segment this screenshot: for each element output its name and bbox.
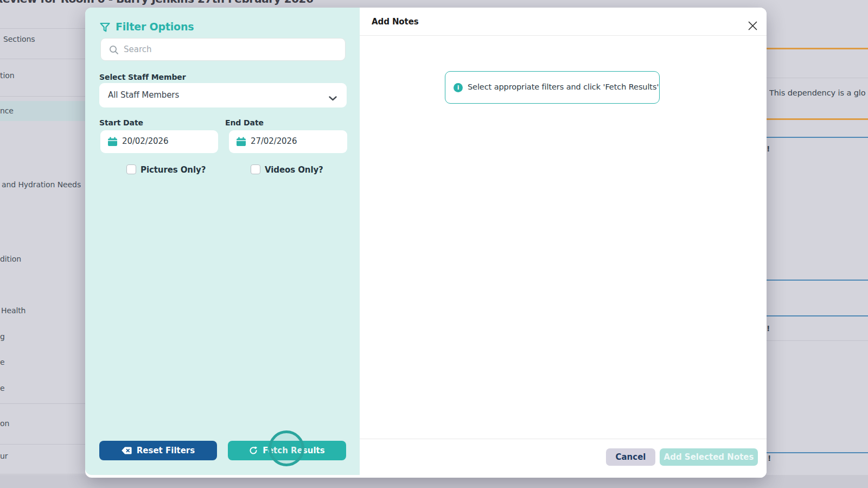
info-message-box: i Select appropriate filters and click '… (445, 71, 660, 104)
blue-border (767, 452, 868, 453)
add-notes-modal: Filter Options Select Staff Member All S… (85, 8, 767, 478)
sidebar-item: and Hydration Needs (2, 180, 87, 189)
staff-member-label: Select Staff Member (99, 73, 186, 81)
sidebar-item: g (0, 332, 85, 341)
calendar-icon (236, 137, 246, 147)
filter-funnel-icon (99, 22, 111, 35)
staff-member-select[interactable]: All Staff Members (99, 83, 347, 107)
add-notes-footer: Cancel Add Selected Notes (360, 439, 767, 478)
add-notes-header: Add Notes (360, 8, 767, 36)
sidebar-item: on (0, 419, 85, 428)
info-message-text: Select appropriate filters and click 'Fe… (468, 83, 659, 91)
search-input[interactable] (124, 39, 341, 60)
start-date-input[interactable]: 20/02/2026 (100, 130, 218, 153)
sidebar-divider (0, 28, 85, 29)
pictures-only-checkbox[interactable] (126, 164, 136, 174)
end-date-label: End Date (225, 118, 264, 127)
clipped-text-fragment: ! (767, 144, 769, 153)
fetch-results-label: Fetch Results (263, 446, 324, 455)
sidebar-item: e (0, 358, 85, 366)
row-divider (767, 340, 868, 341)
backspace-icon (122, 447, 132, 454)
refresh-icon (249, 446, 258, 455)
orange-border (767, 48, 868, 49)
blue-border (767, 137, 868, 138)
sidebar-item: e (0, 384, 85, 392)
fetch-results-button[interactable]: Fetch Results (228, 441, 346, 460)
background-content-right: This dependency is a glo ! ! ! (767, 0, 868, 488)
add-selected-notes-button[interactable]: Add Selected Notes (660, 448, 758, 466)
sidebar-divider (0, 59, 85, 59)
clipped-text-fragment: ! (768, 454, 770, 462)
add-notes-panel: Add Notes i Select appropriate filters a… (360, 8, 767, 478)
blue-border (767, 280, 868, 281)
pictures-only-label: Pictures Only? (141, 165, 206, 175)
sidebar-divider (0, 403, 85, 404)
page-title: Review for Room 0 - Barry Jenkins 27th F… (0, 0, 313, 5)
add-notes-title: Add Notes (372, 17, 419, 27)
videos-only-label: Videos Only? (265, 165, 323, 175)
sidebar-item: ur (0, 452, 85, 460)
chevron-down-icon (329, 93, 337, 103)
orange-border (767, 118, 868, 120)
blue-border (767, 315, 868, 316)
search-icon (108, 45, 119, 55)
end-date-input[interactable]: 27/02/2026 (229, 130, 347, 153)
dependency-note-text: This dependency is a glo (769, 88, 868, 97)
sidebar-divider (0, 444, 85, 445)
end-date-value: 27/02/2026 (251, 136, 297, 146)
staff-member-selected-value: All Staff Members (108, 90, 179, 100)
reset-filters-label: Reset Filters (137, 446, 195, 455)
row-divider (767, 78, 868, 78)
start-date-value: 20/02/2026 (122, 136, 168, 146)
sidebar-divider (0, 96, 85, 97)
sidebar-divider (0, 474, 85, 474)
calendar-icon (107, 137, 118, 147)
close-icon[interactable] (748, 21, 758, 31)
search-box (100, 38, 346, 61)
sidebar-item: nce (0, 106, 85, 115)
clipped-text-fragment: ! (767, 324, 769, 333)
sidebar-item: tion (0, 71, 85, 80)
cancel-button[interactable]: Cancel (606, 448, 655, 466)
info-icon: i (454, 83, 463, 92)
sidebar-item: dition (0, 255, 85, 263)
start-date-label: Start Date (99, 118, 143, 127)
sidebar-item: Sections (3, 35, 88, 43)
sidebar-item: Health (1, 306, 86, 315)
videos-only-checkbox[interactable] (251, 164, 260, 174)
filter-options-panel: Filter Options Select Staff Member All S… (85, 8, 360, 475)
reset-filters-button[interactable]: Reset Filters (99, 441, 217, 460)
filter-options-title: Filter Options (116, 21, 194, 33)
